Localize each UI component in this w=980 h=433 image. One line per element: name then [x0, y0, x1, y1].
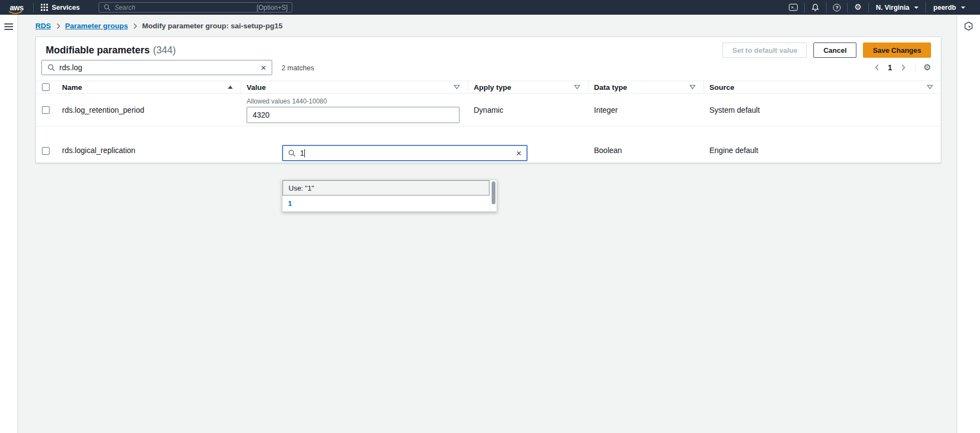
page-body: RDS Parameter groups Modify parameter gr… — [0, 15, 980, 433]
clear-filter-icon[interactable]: × — [261, 63, 266, 72]
parameter-name: rds.logical_replication — [60, 146, 241, 162]
value-combobox[interactable]: 1 × — [282, 145, 528, 161]
row-checkbox[interactable] — [42, 147, 50, 155]
parameter-value-cell: 1 × Use: "1" 1 — [241, 145, 468, 162]
parameter-name: rds.log_retention_period — [60, 106, 241, 114]
settings-button[interactable]: ⚙ — [848, 0, 868, 15]
clear-value-icon[interactable]: × — [516, 149, 522, 158]
amazon-q-icon[interactable] — [964, 21, 973, 31]
parameter-filter-input[interactable] — [59, 63, 256, 72]
use-value-item[interactable]: Use: "1" — [283, 180, 489, 196]
hamburger-menu-icon[interactable] — [4, 23, 13, 30]
left-rail — [0, 15, 18, 433]
bell-icon — [811, 3, 819, 11]
column-label: Source — [709, 83, 734, 92]
modifiable-parameters-card: Modifiable parameters (344) Set to defau… — [35, 36, 941, 163]
column-label: Apply type — [474, 83, 511, 92]
allowed-values-hint: Allowed values 1440-10080 — [247, 97, 468, 105]
gear-icon: ⚙ — [854, 3, 861, 11]
filter-icon[interactable] — [689, 84, 696, 90]
cloudshell-terminal-icon: >_ — [789, 4, 798, 11]
nav-right-group: >_ ? ⚙ N. Virginia peerdb — [782, 0, 972, 15]
chevron-right-icon — [901, 64, 906, 71]
filter-icon[interactable] — [454, 84, 460, 90]
filter-icon[interactable] — [574, 84, 580, 90]
previous-page-button[interactable] — [873, 64, 881, 71]
chevron-down-icon — [961, 7, 965, 9]
data-type: Boolean — [589, 146, 704, 162]
search-icon — [103, 4, 111, 11]
account-label: peerdb — [933, 4, 956, 11]
suggestions-dropdown: Use: "1" 1 — [282, 180, 497, 212]
source: Engine default — [704, 146, 941, 162]
column-label: Data type — [594, 83, 627, 92]
main-content: RDS Parameter groups Modify parameter gr… — [18, 15, 957, 433]
suggestions-list: Use: "1" 1 — [283, 180, 489, 211]
pagination-divider — [915, 62, 916, 73]
search-shortcut: [Option+S] — [256, 4, 287, 11]
page-title: Modifiable parameters — [46, 45, 150, 56]
unified-search[interactable]: [Option+S] — [99, 2, 292, 13]
pagination: 1 ⚙ — [873, 62, 931, 73]
account-menu[interactable]: peerdb — [926, 0, 972, 15]
text-cursor — [304, 149, 305, 157]
breadcrumb-current: Modify parameter group: sai-setup-pg15 — [142, 22, 283, 30]
table-header-row: Name Value Apply type — [36, 81, 941, 94]
set-to-default-button[interactable]: Set to default value — [722, 42, 807, 58]
table-row: rds.logical_replication 1 × — [36, 126, 941, 163]
cancel-button[interactable]: Cancel — [813, 42, 856, 58]
next-page-button[interactable] — [899, 64, 908, 71]
breadcrumb-link-parameter-groups[interactable]: Parameter groups — [65, 22, 128, 30]
source: System default — [704, 106, 941, 114]
suggestion-option[interactable]: 1 — [283, 196, 489, 211]
region-selector[interactable]: N. Virginia — [869, 0, 926, 15]
column-header-apply-type[interactable]: Apply type — [468, 81, 589, 93]
header-actions: Set to default value Cancel Save Changes — [722, 42, 931, 58]
search-icon — [47, 64, 55, 71]
breadcrumb: RDS Parameter groups Modify parameter gr… — [18, 15, 957, 35]
table-row: rds.log_retention_period Allowed values … — [36, 94, 941, 126]
column-label: Name — [62, 83, 82, 92]
sort-ascending-icon — [228, 85, 233, 89]
breadcrumb-link-rds[interactable]: RDS — [35, 22, 51, 30]
chevron-right-icon — [56, 23, 60, 29]
apply-type: Dynamic — [468, 106, 589, 114]
select-all-cell — [36, 83, 60, 91]
cloudshell-button[interactable]: >_ — [782, 0, 804, 15]
parameter-filter-box: × — [41, 60, 272, 75]
services-label: Services — [52, 4, 79, 11]
notifications-button[interactable] — [805, 0, 826, 15]
parameter-value-cell: Allowed values 1440-10080 — [241, 94, 468, 123]
row-checkbox[interactable] — [42, 106, 50, 114]
right-rail — [957, 15, 980, 433]
value-input[interactable] — [247, 107, 460, 123]
help-button[interactable]: ? — [826, 0, 847, 15]
chevron-right-icon — [133, 23, 137, 29]
save-changes-button[interactable]: Save Changes — [863, 42, 931, 58]
data-type: Integer — [589, 106, 704, 114]
scrollbar-thumb[interactable] — [492, 181, 495, 204]
match-count: 2 matches — [281, 64, 314, 72]
column-header-value[interactable]: Value — [241, 81, 468, 93]
column-header-data-type[interactable]: Data type — [589, 81, 704, 93]
services-menu[interactable]: Services — [34, 0, 87, 15]
current-page[interactable]: 1 — [886, 63, 895, 72]
region-label: N. Virginia — [876, 4, 910, 11]
column-header-source[interactable]: Source — [704, 81, 941, 93]
aws-logo[interactable]: aws — [8, 3, 26, 13]
card-header: Modifiable parameters (344) Set to defau… — [36, 37, 941, 58]
combobox-query: 1 — [300, 149, 304, 157]
help-icon: ? — [833, 4, 841, 11]
chevron-left-icon — [874, 64, 879, 71]
table-preferences-gear-icon[interactable]: ⚙ — [923, 63, 931, 72]
select-all-checkbox[interactable] — [42, 83, 50, 91]
column-header-name[interactable]: Name — [60, 81, 241, 93]
filter-icon[interactable] — [927, 84, 933, 90]
column-label: Value — [247, 83, 266, 92]
search-icon — [288, 149, 296, 157]
nav-search-input[interactable] — [114, 4, 253, 11]
top-nav: aws Services [Option+S] >_ — [0, 0, 980, 15]
aws-smile-icon — [9, 11, 23, 15]
filter-row: × 2 matches 1 ⚙ — [36, 58, 941, 81]
chevron-down-icon — [914, 7, 918, 9]
